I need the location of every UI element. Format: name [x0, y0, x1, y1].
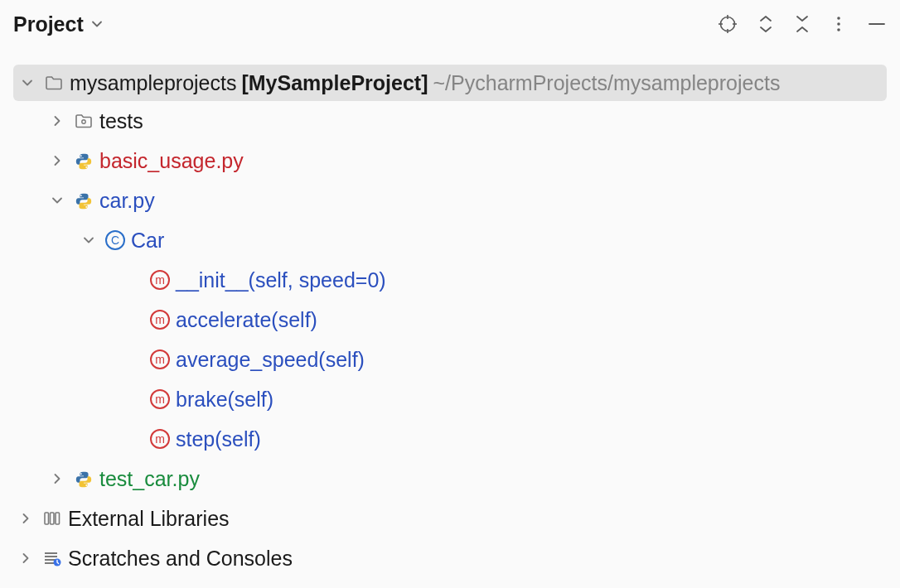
method-icon: m: [149, 309, 171, 330]
tree-item-external-libraries[interactable]: External Libraries: [13, 499, 887, 538]
chevron-right-icon: [48, 470, 66, 488]
svg-point-10: [80, 155, 82, 157]
tree-item-method-step[interactable]: m step(self): [13, 419, 887, 459]
expand-collapse-icon[interactable]: [757, 14, 774, 34]
svg-point-14: [80, 473, 82, 475]
svg-point-9: [82, 120, 85, 123]
panel-title: Project: [13, 12, 84, 36]
tree-item-test-car[interactable]: test_car.py: [13, 459, 887, 499]
root-folder-name: mysampleprojects: [70, 71, 236, 95]
method-icon: m: [149, 388, 171, 410]
chevron-right-icon: [17, 509, 35, 528]
chevron-down-icon: [90, 17, 104, 31]
folder-icon: [43, 72, 65, 94]
tree-item-label: __init__(self, speed=0): [176, 268, 386, 292]
test-folder-icon: [73, 110, 94, 132]
chevron-right-icon: [48, 112, 66, 130]
svg-rect-18: [56, 513, 60, 524]
tree-item-label: Scratches and Consoles: [68, 547, 293, 571]
scratches-icon: [41, 547, 63, 569]
svg-point-15: [85, 484, 87, 486]
tree-item-basic-usage[interactable]: basic_usage.py: [13, 141, 887, 181]
project-tree: mysampleprojects [MySampleProject] ~/Pyc…: [0, 48, 900, 578]
tree-item-method-accelerate[interactable]: m accelerate(self): [13, 300, 887, 340]
tree-item-label: average_speed(self): [176, 348, 365, 372]
chevron-down-icon: [18, 74, 36, 92]
collapse-all-icon[interactable]: [794, 14, 810, 34]
chevron-down-icon: [80, 231, 98, 249]
tree-item-label: External Libraries: [68, 507, 230, 531]
python-file-icon: [73, 468, 94, 489]
svg-point-5: [837, 17, 840, 20]
tree-item-label: car.py: [99, 189, 155, 213]
root-path-label: ~/PycharmProjects/mysampleprojects: [433, 71, 781, 95]
tree-item-scratches[interactable]: Scratches and Consoles: [13, 538, 887, 578]
svg-point-13: [85, 206, 87, 208]
tree-item-method-brake[interactable]: m brake(self): [13, 379, 887, 419]
svg-point-6: [837, 22, 840, 26]
panel-title-area[interactable]: Project: [13, 12, 104, 36]
svg-point-7: [837, 28, 840, 31]
chevron-right-icon: [48, 152, 66, 170]
svg-rect-17: [51, 513, 55, 524]
tree-item-label: tests: [99, 109, 143, 133]
svg-rect-16: [45, 513, 49, 524]
tree-item-label: step(self): [176, 427, 261, 451]
tree-item-label: basic_usage.py: [99, 149, 244, 173]
method-icon: m: [149, 349, 171, 370]
chevron-right-icon: [17, 549, 35, 567]
tree-item-method-init[interactable]: m __init__(self, speed=0): [13, 260, 887, 300]
tree-item-label: Car: [131, 229, 164, 253]
tree-root-node[interactable]: mysampleprojects [MySampleProject] ~/Pyc…: [13, 65, 887, 101]
svg-point-11: [85, 166, 87, 168]
method-icon: m: [149, 269, 171, 291]
target-icon[interactable]: [718, 14, 738, 34]
root-context-label: [MySampleProject]: [241, 71, 428, 95]
svg-point-0: [721, 17, 735, 31]
class-icon: C: [104, 229, 126, 251]
chevron-down-icon: [48, 191, 66, 210]
tree-item-method-avg[interactable]: m average_speed(self): [13, 340, 887, 379]
more-vert-icon[interactable]: [830, 14, 847, 34]
tree-item-label: brake(self): [176, 388, 273, 412]
tree-item-label: accelerate(self): [176, 308, 317, 332]
minimize-icon[interactable]: [867, 14, 887, 34]
tree-item-class-car[interactable]: C Car: [13, 220, 887, 260]
svg-point-12: [80, 195, 82, 196]
library-icon: [41, 508, 63, 529]
method-icon: m: [149, 428, 171, 450]
python-file-icon: [73, 150, 94, 171]
tree-item-label: test_car.py: [99, 467, 200, 491]
tree-item-car-py[interactable]: car.py: [13, 181, 887, 220]
python-file-icon: [73, 190, 94, 211]
tree-item-tests[interactable]: tests: [13, 101, 887, 141]
panel-header: Project: [0, 0, 900, 48]
